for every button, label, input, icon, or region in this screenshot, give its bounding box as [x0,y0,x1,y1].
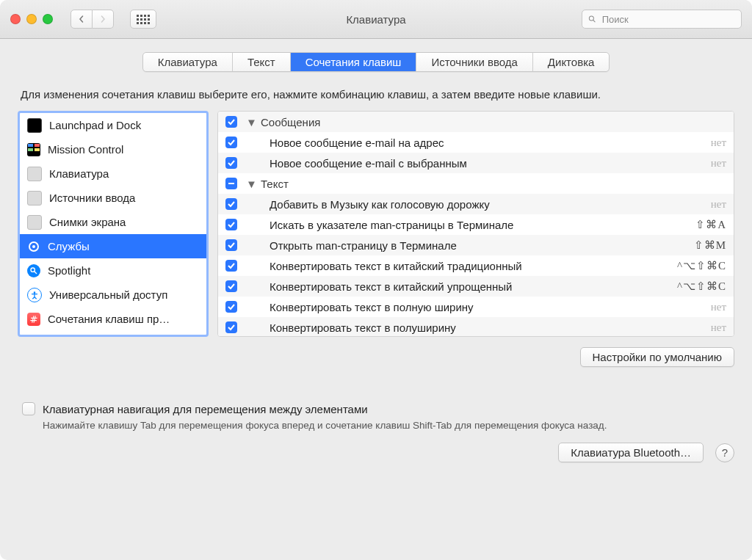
checkbox[interactable] [225,137,237,148]
table-row[interactable]: Конвертировать текст в полную ширину нет [218,297,734,317]
back-button[interactable] [70,10,93,29]
tabs: Клавиатура Текст Сочетания клавиш Источн… [142,52,610,72]
fn-keys-icon: fn [27,337,40,338]
shortcut-value[interactable]: ^⌥⇧⌘C [670,280,726,293]
tab-label: Источники ввода [431,56,517,68]
table-group-row[interactable]: ▼ Сообщения [218,112,734,132]
sidebar-item-label: Сочетания клавиш пр… [48,313,170,325]
sidebar-item-keyboard[interactable]: Клавиатура [20,161,206,186]
table-row[interactable]: Конвертировать текст в китайский традици… [218,255,734,276]
checkbox[interactable] [225,280,237,292]
table-row[interactable]: Добавить в Музыку как голосовую дорожку … [218,194,734,214]
close-icon[interactable] [10,14,21,24]
keyboard-nav-section: Клавиатурная навигация для перемещения м… [22,402,730,431]
shortcut-value[interactable]: ⇧⌘M [687,239,726,252]
group-label: Текст [261,178,726,190]
shortcut-value[interactable]: нет [704,301,726,313]
group-label: Сообщения [261,116,726,128]
table-row[interactable]: Новое сообщение e-mail на адрес нет [218,132,734,153]
shortcut-value[interactable]: ⇧⌘A [688,218,726,231]
zoom-icon[interactable] [43,14,53,24]
tab-dictation[interactable]: Диктовка [533,53,610,71]
spotlight-icon [27,264,40,277]
search-field[interactable] [582,10,742,29]
disclosure-icon[interactable]: ▼ [246,178,256,190]
sidebar-item-launchpad[interactable]: Launchpad и Dock [20,113,206,137]
show-all-button[interactable] [130,10,156,29]
tab-label: Сочетания клавиш [306,56,402,68]
row-label: Конвертировать текст в китайский традици… [270,260,670,272]
sidebar-item-app-shortcuts[interactable]: Сочетания клавиш пр… [20,307,206,331]
minimize-icon[interactable] [26,14,37,24]
restore-defaults-button[interactable]: Настройки по умолчанию [580,347,735,367]
sidebar-item-fn-keys[interactable]: fn Функциональные кла… [20,331,206,337]
sidebar-item-services[interactable]: Службы [20,234,206,258]
sidebar-item-mission-control[interactable]: Mission Control [20,137,206,161]
tab-input-sources[interactable]: Источники ввода [416,53,532,71]
row-label: Искать в указателе man-страницы в Термин… [270,219,688,231]
checkbox[interactable] [225,157,237,169]
svg-point-0 [589,16,593,21]
app-shortcuts-icon [27,313,40,326]
preferences-window: Клавиатура Клавиатура Текст Сочетания кл… [0,0,752,560]
checkbox[interactable] [225,301,237,313]
tab-label: Клавиатура [158,56,217,68]
shortcut-value[interactable]: нет [704,198,726,211]
svg-point-10 [34,291,36,294]
checkbox[interactable] [225,260,237,272]
sidebar-item-input-sources[interactable]: Источники ввода [20,186,206,210]
checkbox-mixed[interactable] [225,178,237,189]
sidebar-item-label: Службы [48,240,90,252]
row-label: Открыть man-страницу в Терминале [270,239,687,252]
sidebar-item-label: Снимки экрана [49,216,126,228]
svg-rect-4 [28,148,33,151]
accessibility-icon [27,288,42,302]
shortcut-value[interactable]: нет [704,137,726,149]
grid-icon [137,15,150,24]
nav-buttons [70,10,114,29]
table-row[interactable]: Новое сообщение e-mail с выбранным нет [218,153,734,173]
keyboard-nav-checkbox[interactable] [22,402,35,415]
tab-shortcuts[interactable]: Сочетания клавиш [291,53,417,71]
row-label: Добавить в Музыку как голосовую дорожку [270,198,704,211]
shortcut-value[interactable]: ^⌥⇧⌘C [670,259,726,272]
table-row[interactable]: Конвертировать текст в китайский упрощен… [218,276,734,297]
checkbox[interactable] [225,239,237,251]
sidebar-item-screenshots[interactable]: Снимки экрана [20,210,206,234]
table-row[interactable]: Искать в указателе man-страницы в Термин… [218,214,734,235]
tab-text[interactable]: Текст [233,53,291,71]
checkbox[interactable] [225,116,237,128]
sidebar-item-label: Клавиатура [49,167,109,180]
checkbox[interactable] [225,321,237,333]
help-button[interactable]: ? [715,443,734,462]
input-sources-icon [27,191,42,206]
sidebar-item-accessibility[interactable]: Универсальный доступ [20,283,206,307]
instruction-text: Для изменения сочетания клавиш выберите … [21,88,731,101]
tab-label: Диктовка [548,56,595,68]
screenshots-icon [27,215,42,230]
table-row[interactable]: Открыть man-страницу в Терминале ⇧⌘M [218,235,734,255]
shortcut-value[interactable]: нет [704,157,726,170]
table-row[interactable]: Конвертировать текст в полуширину нет [218,317,734,337]
svg-point-7 [32,245,35,248]
svg-rect-2 [28,144,33,147]
bluetooth-keyboard-button[interactable]: Клавиатура Bluetooth… [558,443,704,462]
sidebar-item-label: Источники ввода [49,192,135,204]
checkbox[interactable] [225,198,237,210]
tab-keyboard[interactable]: Клавиатура [143,53,233,71]
button-label: Клавиатура Bluetooth… [571,446,691,459]
shortcuts-table[interactable]: ▼ Сообщения Новое сообщение e-mail на ад… [217,111,734,337]
sidebar-item-spotlight[interactable]: Spotlight [20,258,206,283]
keyboard-icon [27,167,42,181]
disclosure-icon[interactable]: ▼ [246,116,256,128]
category-sidebar[interactable]: Launchpad и Dock Mission Control Клавиат… [18,111,209,337]
search-input[interactable] [601,13,735,26]
tab-label: Текст [247,56,275,68]
forward-button[interactable] [93,10,114,29]
table-group-row[interactable]: ▼ Текст [218,173,734,194]
svg-rect-5 [35,148,40,151]
checkbox[interactable] [225,219,237,230]
shortcut-value[interactable]: нет [704,321,726,334]
sidebar-item-label: Launchpad и Dock [49,119,141,131]
row-label: Конвертировать текст в полную ширину [270,301,704,313]
